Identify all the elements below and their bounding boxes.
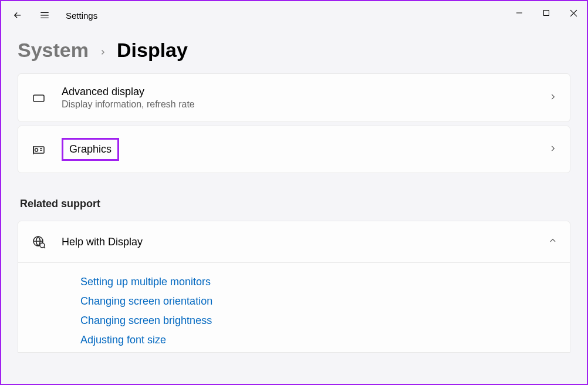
help-link-screen-orientation[interactable]: Changing screen orientation [80, 295, 557, 308]
monitor-icon [31, 90, 46, 106]
card-subtitle: Display information, refresh rate [62, 99, 533, 110]
back-arrow-icon [12, 10, 23, 21]
svg-rect-7 [33, 95, 44, 102]
chevron-right-icon [549, 93, 557, 103]
maximize-icon [543, 9, 550, 16]
chevron-right-icon [549, 144, 557, 155]
breadcrumb: System Display [1, 29, 587, 73]
chevron-up-icon [549, 237, 557, 247]
page-title: Display [117, 39, 188, 62]
minimize-icon [516, 9, 523, 16]
hamburger-menu-button[interactable] [33, 4, 56, 27]
help-link-multiple-monitors[interactable]: Setting up multiple monitors [80, 276, 557, 288]
graphics-highlight: Graphics [62, 138, 119, 161]
close-button[interactable] [560, 1, 587, 25]
svg-line-15 [44, 247, 45, 248]
minimize-button[interactable] [506, 1, 533, 25]
advanced-display-item[interactable]: Advanced display Display information, re… [18, 73, 570, 122]
app-title: Settings [66, 11, 97, 21]
help-title: Help with Display [62, 236, 533, 248]
hamburger-icon [39, 10, 50, 21]
svg-point-14 [40, 243, 45, 248]
graphics-card-icon [31, 142, 46, 157]
titlebar: Settings [1, 1, 587, 29]
related-support-heading: Related support [20, 198, 570, 210]
svg-point-9 [35, 148, 38, 151]
close-icon [570, 9, 577, 17]
help-card: Help with Display Setting up multiple mo… [18, 221, 570, 353]
card-title: Graphics [69, 143, 111, 155]
card-title: Advanced display [62, 86, 533, 98]
help-with-display-toggle[interactable]: Help with Display [18, 221, 570, 263]
help-links: Setting up multiple monitors Changing sc… [18, 263, 570, 352]
help-link-screen-brightness[interactable]: Changing screen brightness [80, 315, 557, 327]
svg-rect-4 [544, 11, 549, 16]
chevron-right-icon [99, 44, 106, 59]
help-link-font-size[interactable]: Adjusting font size [80, 334, 557, 346]
back-button[interactable] [6, 4, 29, 27]
help-globe-icon [31, 234, 46, 249]
breadcrumb-parent[interactable]: System [18, 39, 89, 62]
graphics-item[interactable]: Graphics [18, 126, 570, 173]
maximize-button[interactable] [533, 1, 560, 25]
